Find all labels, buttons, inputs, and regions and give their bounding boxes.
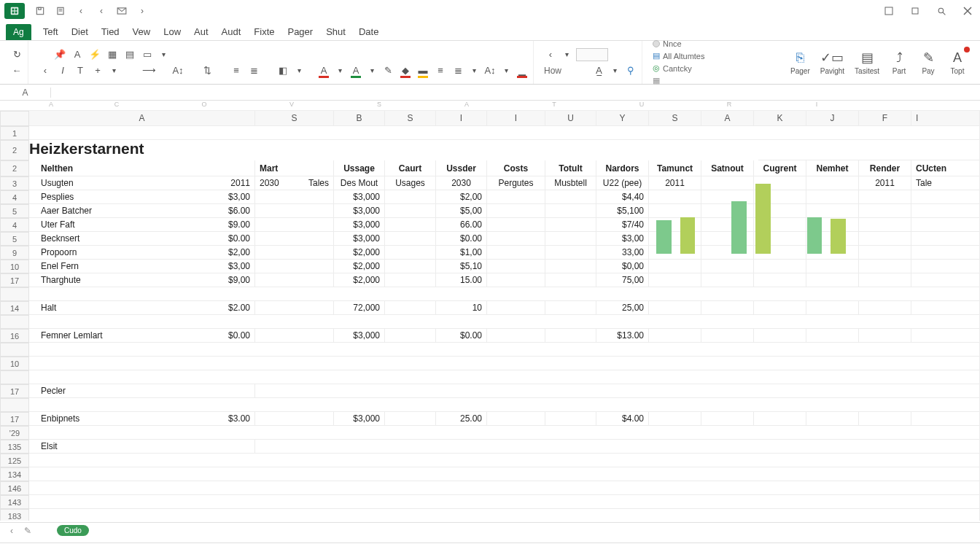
table-cell[interactable]: $3,000 (334, 218, 385, 232)
ribbon-tab[interactable]: Pager (286, 23, 314, 40)
row-header[interactable]: 5 (0, 204, 29, 218)
col-header[interactable]: A (701, 111, 754, 126)
chevron-down-icon[interactable]: ▾ (335, 66, 345, 76)
row-header[interactable]: 183 (0, 509, 29, 521)
table-cell[interactable]: 2030 (436, 176, 487, 190)
row-header[interactable] (0, 343, 29, 357)
highlight-icon[interactable]: ◆ (399, 64, 412, 77)
table-cell[interactable]: $3,000 (334, 232, 385, 246)
col-header[interactable]: J (806, 111, 859, 126)
angle-icon[interactable]: ‹ (544, 48, 557, 61)
align-left-icon[interactable]: ≡ (230, 64, 243, 77)
table-cell[interactable]: 25.00 (436, 412, 487, 426)
col-header[interactable]: A (29, 111, 255, 126)
row-header[interactable]: 125 (0, 454, 29, 467)
pavight-button[interactable]: ✓▭Pavight (820, 50, 844, 75)
plus-icon[interactable]: + (91, 64, 104, 77)
border-icon[interactable]: ▤ (123, 48, 136, 61)
close-icon[interactable] (960, 3, 976, 19)
table-cell[interactable]: Halt$2.00 (29, 301, 255, 315)
table-cell[interactable]: 72,000 (334, 301, 385, 315)
undo-icon[interactable]: ‹ (74, 4, 88, 18)
row-header[interactable]: 2 (0, 160, 29, 176)
font-color2-icon[interactable]: A (349, 64, 362, 77)
ribbon-tab[interactable]: Audt (220, 23, 243, 40)
sheet-nav-left-icon[interactable]: ‹ (6, 526, 18, 536)
table-cell[interactable]: 33,00 (596, 246, 649, 260)
tasitest-button[interactable]: ▤Tasitest (855, 50, 879, 75)
row-header[interactable]: 17 (0, 384, 29, 398)
table-cell[interactable]: $4.00 (596, 412, 649, 426)
rect-icon[interactable]: ▭ (141, 48, 154, 61)
search-icon[interactable] (933, 3, 949, 19)
cantcky-label[interactable]: Cantcky (663, 64, 692, 73)
table-cell[interactable]: Pesplies$3,00 (29, 190, 255, 204)
table-cell[interactable]: Uter Faft$9.00 (29, 218, 255, 232)
row-header[interactable]: 146 (0, 481, 29, 495)
table-cell[interactable]: Pecler (29, 384, 255, 398)
table-cell[interactable]: Tale (911, 176, 980, 190)
pin-icon[interactable]: 📌 (53, 48, 66, 61)
table-cell[interactable]: U22 (pee) (596, 176, 649, 190)
a-underline-icon[interactable]: A̲ (592, 64, 605, 77)
row-header[interactable]: 17 (0, 412, 29, 426)
table-cell[interactable]: Tharghute$9,00 (29, 273, 255, 287)
ribbon-tab[interactable]: Shut (324, 23, 347, 40)
table-cell[interactable]: 2030Tales (255, 176, 334, 190)
table-cell[interactable]: 15.00 (436, 273, 487, 287)
table-cell[interactable]: Musbtell (545, 176, 596, 190)
table-cell[interactable]: $1,00 (436, 246, 487, 260)
table-cell[interactable]: Becknsert$0.00 (29, 232, 255, 246)
topt-button[interactable]: ATopt (948, 50, 967, 75)
ribbon-input[interactable] (576, 48, 608, 61)
chevron-down-icon[interactable]: ▾ (501, 66, 511, 76)
table-cell[interactable]: Enel Fern$3,00 (29, 260, 255, 273)
row-header[interactable] (0, 398, 29, 412)
table-cell[interactable]: 25,00 (596, 301, 649, 315)
maximize-icon[interactable] (907, 3, 923, 19)
table-cell[interactable]: $2,00 (436, 190, 487, 204)
redo-icon[interactable]: ‹ (95, 4, 108, 18)
row-header[interactable] (0, 287, 29, 301)
table-cell[interactable]: $5,00 (436, 204, 487, 218)
all-label[interactable]: All Altumtes (663, 52, 704, 61)
col-header[interactable]: I (436, 111, 487, 126)
row-header[interactable]: 135 (0, 440, 29, 454)
chevron-down-icon[interactable]: ▾ (109, 66, 119, 76)
table-cell[interactable]: Femner Lemlart$0.00 (29, 329, 255, 343)
save-icon[interactable] (34, 4, 47, 18)
row-header[interactable]: 134 (0, 467, 29, 481)
dropper-icon[interactable]: A (71, 48, 84, 61)
sort-icon[interactable]: ⇅ (201, 64, 214, 77)
row-header[interactable]: 4 (0, 218, 29, 232)
table-cell[interactable]: 2011 (859, 176, 911, 190)
restore-icon[interactable] (881, 3, 897, 19)
table-cell[interactable]: $3,000 (334, 204, 385, 218)
name-box[interactable]: A (0, 88, 51, 98)
italic-icon[interactable]: I (56, 64, 69, 77)
select-all[interactable] (0, 111, 29, 126)
row-header[interactable] (0, 370, 29, 384)
ribbon-tab[interactable]: Vew (131, 23, 152, 40)
col-header[interactable]: F (859, 111, 911, 126)
table-cell[interactable]: 75,00 (596, 273, 649, 287)
row-header[interactable]: 2 (0, 140, 29, 160)
lines-icon[interactable]: ≡ (434, 64, 447, 77)
table-cell[interactable]: Pergutes (487, 176, 545, 190)
chevron-down-icon[interactable]: ▾ (561, 50, 572, 60)
back-icon[interactable]: ← (10, 64, 23, 77)
row-header[interactable]: '29 (0, 426, 29, 440)
fill-yellow-icon[interactable]: ▬ (416, 64, 429, 77)
table-cell[interactable]: $2,000 (334, 246, 385, 260)
doc-icon[interactable] (54, 4, 67, 18)
table-cell[interactable]: $0,00 (596, 260, 649, 273)
forward-icon[interactable]: › (136, 4, 149, 18)
table-cell[interactable]: $5,10 (436, 260, 487, 273)
adjust-icon[interactable]: ⚲ (624, 64, 637, 77)
row-header[interactable]: 14 (0, 301, 29, 315)
row-header[interactable]: 16 (0, 329, 29, 343)
indent-icon[interactable]: ⟶ (142, 64, 155, 77)
table-cell[interactable]: 66.00 (436, 218, 487, 232)
table-cell[interactable]: $2,000 (334, 260, 385, 273)
table-cell[interactable]: Des Mout (334, 176, 385, 190)
